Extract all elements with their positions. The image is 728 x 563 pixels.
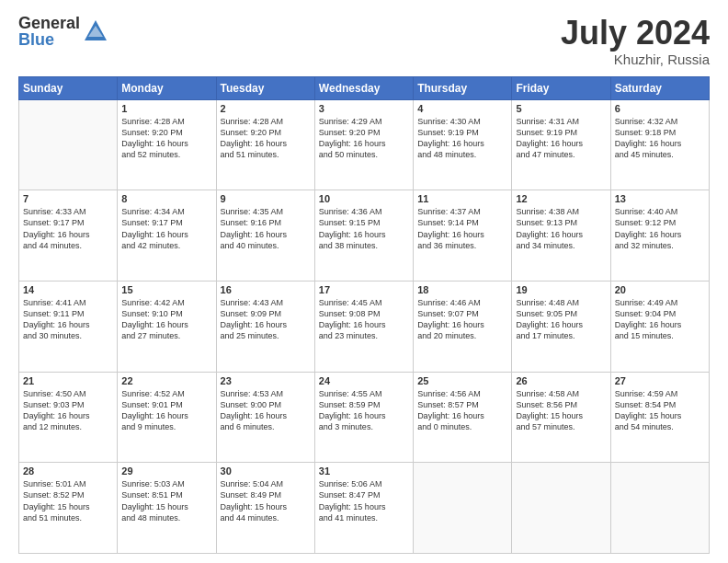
day-info: Sunrise: 4:30 AM Sunset: 9:19 PM Dayligh… [417, 116, 507, 161]
day-info: Sunrise: 4:34 AM Sunset: 9:17 PM Dayligh… [121, 206, 211, 251]
column-header-wednesday: Wednesday [314, 76, 413, 99]
day-info: Sunrise: 4:43 AM Sunset: 9:09 PM Dayligh… [221, 297, 311, 342]
calendar-cell: 2Sunrise: 4:28 AM Sunset: 9:20 PM Daylig… [216, 99, 314, 190]
calendar-cell: 26Sunrise: 4:58 AM Sunset: 8:56 PM Dayli… [512, 372, 610, 463]
calendar-cell: 20Sunrise: 4:49 AM Sunset: 9:04 PM Dayli… [610, 281, 709, 372]
day-info: Sunrise: 4:49 AM Sunset: 9:04 PM Dayligh… [615, 297, 705, 342]
calendar-cell [610, 463, 709, 554]
calendar-cell: 19Sunrise: 4:48 AM Sunset: 9:05 PM Dayli… [512, 281, 610, 372]
column-header-tuesday: Tuesday [216, 76, 314, 99]
calendar-cell: 24Sunrise: 4:55 AM Sunset: 8:59 PM Dayli… [314, 372, 413, 463]
day-number: 5 [516, 103, 606, 114]
logo: General Blue [18, 15, 108, 48]
day-number: 3 [319, 103, 409, 114]
column-header-friday: Friday [512, 76, 610, 99]
calendar-cell: 30Sunrise: 5:04 AM Sunset: 8:49 PM Dayli… [216, 463, 314, 554]
calendar-cell: 5Sunrise: 4:31 AM Sunset: 9:19 PM Daylig… [512, 99, 610, 190]
calendar-cell: 29Sunrise: 5:03 AM Sunset: 8:51 PM Dayli… [118, 463, 216, 554]
calendar-cell: 18Sunrise: 4:46 AM Sunset: 9:07 PM Dayli… [414, 281, 512, 372]
calendar-cell [414, 463, 512, 554]
calendar-cell: 15Sunrise: 4:42 AM Sunset: 9:10 PM Dayli… [118, 281, 216, 372]
calendar-cell: 7Sunrise: 4:33 AM Sunset: 9:17 PM Daylig… [19, 190, 118, 282]
day-number: 10 [319, 193, 409, 204]
day-number: 13 [615, 193, 705, 204]
calendar-cell: 25Sunrise: 4:56 AM Sunset: 8:57 PM Dayli… [414, 372, 512, 463]
day-info: Sunrise: 4:33 AM Sunset: 9:17 PM Dayligh… [23, 206, 113, 251]
calendar-cell: 16Sunrise: 4:43 AM Sunset: 9:09 PM Dayli… [216, 281, 314, 372]
day-number: 6 [615, 103, 705, 114]
calendar-week-3: 21Sunrise: 4:50 AM Sunset: 9:03 PM Dayli… [19, 372, 710, 463]
calendar-cell: 31Sunrise: 5:06 AM Sunset: 8:47 PM Dayli… [314, 463, 413, 554]
day-number: 22 [121, 375, 211, 386]
page: General Blue July 2024 Khuzhir, Russia S… [0, 0, 728, 563]
calendar-week-2: 14Sunrise: 4:41 AM Sunset: 9:11 PM Dayli… [19, 281, 710, 372]
day-number: 11 [417, 193, 507, 204]
column-header-monday: Monday [118, 76, 216, 99]
day-info: Sunrise: 5:01 AM Sunset: 8:52 PM Dayligh… [23, 478, 113, 523]
day-info: Sunrise: 4:32 AM Sunset: 9:18 PM Dayligh… [615, 116, 705, 161]
day-number: 21 [23, 375, 113, 386]
calendar-cell: 6Sunrise: 4:32 AM Sunset: 9:18 PM Daylig… [610, 99, 709, 190]
day-number: 25 [417, 375, 507, 386]
day-info: Sunrise: 4:37 AM Sunset: 9:14 PM Dayligh… [417, 206, 507, 251]
calendar-header-row: SundayMondayTuesdayWednesdayThursdayFrid… [19, 76, 710, 99]
day-number: 28 [23, 465, 113, 477]
day-number: 23 [221, 375, 311, 386]
day-info: Sunrise: 4:29 AM Sunset: 9:20 PM Dayligh… [319, 116, 409, 161]
day-info: Sunrise: 4:38 AM Sunset: 9:13 PM Dayligh… [516, 206, 606, 251]
column-header-saturday: Saturday [610, 76, 709, 99]
logo-icon [83, 18, 108, 44]
calendar-week-4: 28Sunrise: 5:01 AM Sunset: 8:52 PM Dayli… [19, 463, 710, 554]
day-info: Sunrise: 4:53 AM Sunset: 9:00 PM Dayligh… [221, 388, 311, 433]
day-info: Sunrise: 4:46 AM Sunset: 9:07 PM Dayligh… [417, 297, 507, 342]
calendar-cell: 3Sunrise: 4:29 AM Sunset: 9:20 PM Daylig… [314, 99, 413, 190]
calendar-cell: 17Sunrise: 4:45 AM Sunset: 9:08 PM Dayli… [314, 281, 413, 372]
title-block: July 2024 Khuzhir, Russia [561, 15, 710, 67]
day-info: Sunrise: 4:40 AM Sunset: 9:12 PM Dayligh… [615, 206, 705, 251]
day-number: 14 [23, 284, 113, 295]
header: General Blue July 2024 Khuzhir, Russia [18, 15, 710, 67]
title-location: Khuzhir, Russia [561, 52, 710, 67]
day-info: Sunrise: 5:03 AM Sunset: 8:51 PM Dayligh… [121, 478, 211, 523]
day-info: Sunrise: 4:45 AM Sunset: 9:08 PM Dayligh… [319, 297, 409, 342]
calendar-cell: 1Sunrise: 4:28 AM Sunset: 9:20 PM Daylig… [118, 99, 216, 190]
calendar-cell: 10Sunrise: 4:36 AM Sunset: 9:15 PM Dayli… [314, 190, 413, 282]
day-info: Sunrise: 4:36 AM Sunset: 9:15 PM Dayligh… [319, 206, 409, 251]
day-number: 15 [121, 284, 211, 295]
calendar-cell: 14Sunrise: 4:41 AM Sunset: 9:11 PM Dayli… [19, 281, 118, 372]
calendar-cell: 9Sunrise: 4:35 AM Sunset: 9:16 PM Daylig… [216, 190, 314, 282]
title-month: July 2024 [561, 15, 710, 52]
calendar-cell: 23Sunrise: 4:53 AM Sunset: 9:00 PM Dayli… [216, 372, 314, 463]
calendar-cell: 11Sunrise: 4:37 AM Sunset: 9:14 PM Dayli… [414, 190, 512, 282]
day-info: Sunrise: 4:56 AM Sunset: 8:57 PM Dayligh… [417, 388, 507, 433]
day-number: 8 [121, 193, 211, 204]
column-header-sunday: Sunday [19, 76, 118, 99]
day-info: Sunrise: 4:58 AM Sunset: 8:56 PM Dayligh… [516, 388, 606, 433]
day-number: 29 [121, 465, 211, 477]
day-info: Sunrise: 4:52 AM Sunset: 9:01 PM Dayligh… [121, 388, 211, 433]
calendar-week-0: 1Sunrise: 4:28 AM Sunset: 9:20 PM Daylig… [19, 99, 710, 190]
day-number: 2 [221, 103, 311, 114]
calendar-cell: 27Sunrise: 4:59 AM Sunset: 8:54 PM Dayli… [610, 372, 709, 463]
day-info: Sunrise: 4:55 AM Sunset: 8:59 PM Dayligh… [319, 388, 409, 433]
day-info: Sunrise: 4:35 AM Sunset: 9:16 PM Dayligh… [221, 206, 311, 251]
day-info: Sunrise: 4:28 AM Sunset: 9:20 PM Dayligh… [121, 116, 211, 161]
day-number: 4 [417, 103, 507, 114]
calendar-cell: 8Sunrise: 4:34 AM Sunset: 9:17 PM Daylig… [118, 190, 216, 282]
day-number: 30 [221, 465, 311, 477]
day-number: 12 [516, 193, 606, 204]
day-info: Sunrise: 4:28 AM Sunset: 9:20 PM Dayligh… [221, 116, 311, 161]
calendar-cell: 22Sunrise: 4:52 AM Sunset: 9:01 PM Dayli… [118, 372, 216, 463]
day-info: Sunrise: 4:50 AM Sunset: 9:03 PM Dayligh… [23, 388, 113, 433]
logo-general: General [18, 15, 80, 31]
logo-blue: Blue [18, 31, 80, 48]
day-info: Sunrise: 4:59 AM Sunset: 8:54 PM Dayligh… [615, 388, 705, 433]
calendar-cell [19, 99, 118, 190]
day-info: Sunrise: 4:31 AM Sunset: 9:19 PM Dayligh… [516, 116, 606, 161]
day-number: 19 [516, 284, 606, 295]
day-number: 31 [319, 465, 409, 477]
column-header-thursday: Thursday [414, 76, 512, 99]
logo-text: General Blue [18, 15, 80, 48]
calendar-cell: 4Sunrise: 4:30 AM Sunset: 9:19 PM Daylig… [414, 99, 512, 190]
day-number: 9 [221, 193, 311, 204]
